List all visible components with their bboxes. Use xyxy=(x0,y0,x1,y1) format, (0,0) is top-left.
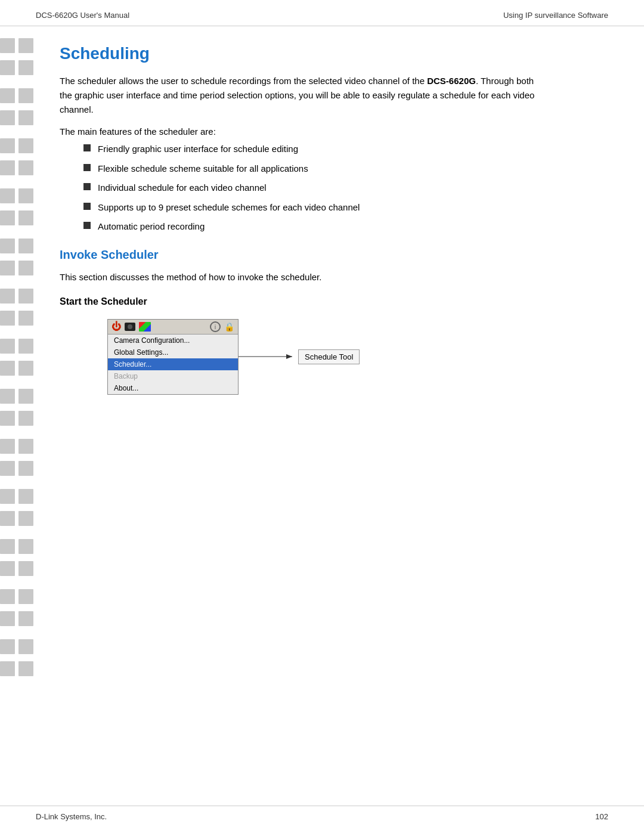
palette-icon xyxy=(139,322,151,332)
features-list: Friendly graphic user interface for sche… xyxy=(83,143,608,234)
intro-text-start: The scheduler allows the user to schedul… xyxy=(60,76,427,86)
backup-item: Backup xyxy=(108,370,238,382)
schedule-tool-label: Schedule Tool xyxy=(298,349,360,364)
svg-marker-1 xyxy=(286,354,292,359)
list-item: Automatic period recording xyxy=(83,220,608,234)
menu-screenshot: ⏻ i 🔒 Camera Configuration... xyxy=(107,319,239,395)
callout-line-svg xyxy=(239,351,298,363)
camera-icon xyxy=(125,323,135,331)
sidebar-decoration xyxy=(0,26,48,683)
main-content: Scheduling The scheduler allows the user… xyxy=(48,26,644,683)
header-right: Using IP surveillance Software xyxy=(503,11,608,20)
bullet-icon xyxy=(83,183,91,190)
info-icon: i xyxy=(210,321,221,332)
list-item: Flexible schedule scheme suitable for al… xyxy=(83,162,608,176)
invoke-scheduler-heading: Invoke Scheduler xyxy=(60,248,608,262)
menu-body: Camera Configuration... Global Settings.… xyxy=(108,335,238,394)
feature-text: Supports up to 9 preset schedule schemes… xyxy=(98,201,360,215)
feature-text: Friendly graphic user interface for sche… xyxy=(98,143,298,156)
global-settings-item[interactable]: Global Settings... xyxy=(108,346,238,358)
toolbar-row: ⏻ i 🔒 xyxy=(108,320,238,335)
start-scheduler-heading: Start the Scheduler xyxy=(60,296,608,307)
bullet-icon xyxy=(83,222,91,229)
callout-container: Schedule Tool xyxy=(239,349,360,364)
feature-text: Automatic period recording xyxy=(98,220,205,234)
features-intro: The main features of the scheduler are: xyxy=(60,126,608,137)
power-icon: ⏻ xyxy=(112,321,121,332)
screenshot-area: ⏻ i 🔒 Camera Configuration... xyxy=(107,319,608,395)
scheduler-item[interactable]: Scheduler... xyxy=(108,358,238,370)
bullet-icon xyxy=(83,164,91,171)
list-item: Individual schedule for each video chann… xyxy=(83,181,608,195)
footer-right: 102 xyxy=(595,812,608,821)
list-item: Friendly graphic user interface for sche… xyxy=(83,143,608,156)
about-item[interactable]: About... xyxy=(108,382,238,394)
bullet-icon xyxy=(83,144,91,151)
feature-text: Individual schedule for each video chann… xyxy=(98,181,267,195)
intro-paragraph: The scheduler allows the user to schedul… xyxy=(60,74,549,117)
page-title: Scheduling xyxy=(60,44,608,63)
feature-text: Flexible schedule scheme suitable for al… xyxy=(98,162,308,176)
camera-config-item[interactable]: Camera Configuration... xyxy=(108,335,238,346)
invoke-scheduler-text: This section discusses the method of how… xyxy=(60,270,608,284)
page-header: DCS-6620G User's Manual Using IP surveil… xyxy=(0,0,644,26)
page-footer: D-Link Systems, Inc. 102 xyxy=(0,806,644,821)
product-name: DCS-6620G xyxy=(427,76,476,86)
bullet-icon xyxy=(83,203,91,210)
footer-left: D-Link Systems, Inc. xyxy=(36,812,107,821)
lock-icon: 🔒 xyxy=(224,322,234,332)
header-left: DCS-6620G User's Manual xyxy=(36,11,129,20)
list-item: Supports up to 9 preset schedule schemes… xyxy=(83,201,608,215)
